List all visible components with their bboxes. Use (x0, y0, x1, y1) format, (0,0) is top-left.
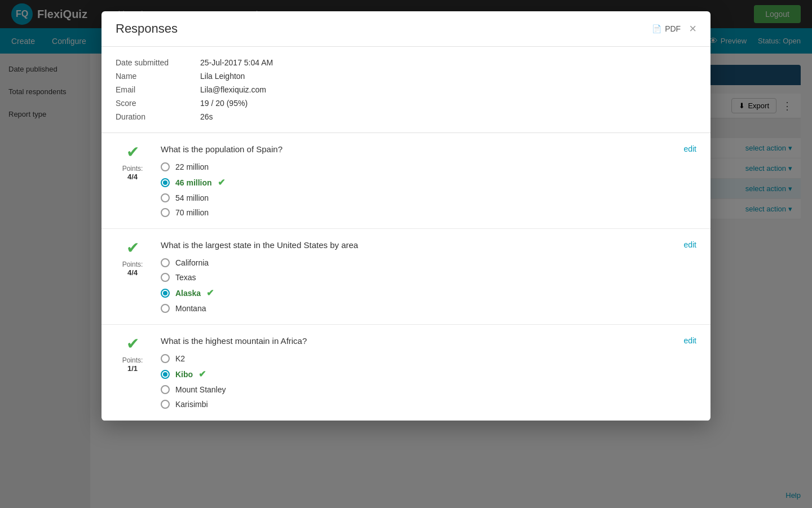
radio-46m (161, 178, 170, 187)
option-item: 70 million (161, 208, 696, 217)
correct-mark: ✔ (198, 369, 206, 379)
option-item-correct: Alaska ✔ (161, 288, 696, 298)
option-item: K2 (161, 354, 696, 363)
radio-alaska (161, 289, 170, 298)
radio-montana (161, 304, 170, 313)
option-item: Texas (161, 273, 696, 282)
points-value-2: 4/4 (127, 268, 138, 277)
question-block-1: ✔ Points: 4/4 What is the population of … (102, 133, 710, 229)
option-item: Mount Stanley (161, 385, 696, 394)
email-label: Email (116, 85, 200, 94)
modal-header: Responses 📄 PDF × (102, 11, 710, 47)
correct-icon-1: ✔ (126, 144, 139, 160)
option-item: Karisimbi (161, 400, 696, 409)
points-label-2: Points: (122, 260, 143, 268)
correct-icon-2: ✔ (126, 240, 139, 256)
radio-22m (161, 162, 170, 171)
score-label: Score (116, 99, 200, 108)
name-value: Lila Leighton (200, 72, 696, 81)
date-submitted-label: Date submitted (116, 58, 200, 67)
modal-info: Date submitted 25-Jul-2017 5:04 AM Name … (102, 47, 710, 133)
question-status-3: ✔ Points: 1/1 (116, 336, 149, 409)
option-item-correct: Kibo ✔ (161, 369, 696, 379)
radio-kibo (161, 370, 170, 379)
points-label-1: Points: (122, 165, 143, 173)
points-value-3: 1/1 (127, 364, 138, 373)
edit-link-3[interactable]: edit (683, 336, 696, 345)
question-content-3: What is the highest mountain in Africa? … (161, 336, 696, 409)
option-item: 22 million (161, 162, 696, 171)
option-item-correct: 46 million ✔ (161, 177, 696, 188)
duration-label: Duration (116, 112, 200, 121)
question-header-3: What is the highest mountain in Africa? … (161, 336, 696, 346)
question-text-2: What is the largest state in the United … (161, 240, 358, 250)
name-label: Name (116, 72, 200, 81)
radio-texas (161, 273, 170, 282)
points-value-1: 4/4 (127, 173, 138, 181)
radio-54m (161, 193, 170, 202)
options-list-3: K2 Kibo ✔ Mount Stanley (161, 354, 696, 409)
question-status-2: ✔ Points: 4/4 (116, 240, 149, 313)
edit-link-2[interactable]: edit (683, 240, 696, 249)
question-block-3: ✔ Points: 1/1 What is the highest mounta… (102, 325, 710, 421)
radio-mount-stanley (161, 385, 170, 394)
pdf-label: PDF (665, 24, 681, 33)
radio-k2 (161, 354, 170, 363)
option-item: Montana (161, 304, 696, 313)
option-item: 54 million (161, 193, 696, 202)
pdf-button[interactable]: 📄 PDF (652, 24, 681, 33)
question-content-2: What is the largest state in the United … (161, 240, 696, 313)
modal-title: Responses (116, 21, 178, 36)
radio-california (161, 258, 170, 267)
question-status-1: ✔ Points: 4/4 (116, 144, 149, 217)
email-value: Lila@flexiquiz.com (200, 85, 696, 94)
options-list-1: 22 million 46 million ✔ 54 million (161, 162, 696, 217)
option-item: California (161, 258, 696, 267)
modal-header-actions: 📄 PDF × (652, 23, 696, 35)
question-block-2: ✔ Points: 4/4 What is the largest state … (102, 229, 710, 325)
correct-icon-3: ✔ (126, 336, 139, 352)
duration-value: 26s (200, 112, 696, 121)
close-button[interactable]: × (689, 23, 696, 35)
edit-link-1[interactable]: edit (683, 144, 696, 153)
correct-mark: ✔ (218, 177, 225, 188)
date-submitted-value: 25-Jul-2017 5:04 AM (200, 58, 696, 67)
correct-mark: ✔ (206, 288, 214, 298)
question-content-1: What is the population of Spain? edit 22… (161, 144, 696, 217)
question-text-3: What is the highest mountain in Africa? (161, 336, 307, 346)
score-value: 19 / 20 (95%) (200, 99, 696, 108)
radio-70m (161, 208, 170, 217)
question-header-2: What is the largest state in the United … (161, 240, 696, 250)
radio-karisimbi (161, 400, 170, 409)
responses-modal: Responses 📄 PDF × Date submitted 25-Jul-… (102, 11, 710, 421)
points-label-3: Points: (122, 356, 143, 364)
options-list-2: California Texas Alaska ✔ (161, 258, 696, 313)
background-page: FQ FlexiQuiz Dashboard Users Reports Set… (0, 0, 812, 508)
modal-overlay: Responses 📄 PDF × Date submitted 25-Jul-… (0, 0, 812, 508)
document-icon: 📄 (652, 24, 661, 33)
question-text-1: What is the population of Spain? (161, 144, 283, 154)
question-header-1: What is the population of Spain? edit (161, 144, 696, 154)
